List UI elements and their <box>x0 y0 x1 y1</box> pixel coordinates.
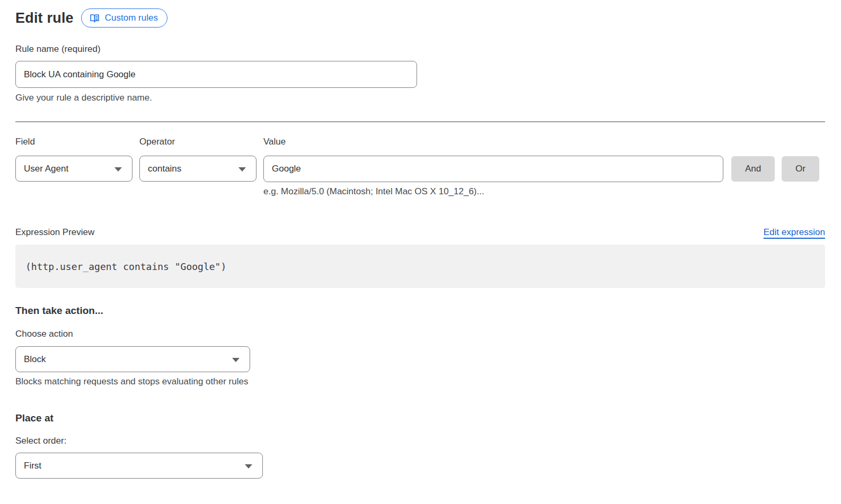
expression-builder-row: Field User Agent Operator contains Value… <box>15 137 825 197</box>
operator-label: Operator <box>139 137 256 147</box>
custom-rules-button[interactable]: Custom rules <box>81 8 167 28</box>
action-helper: Blocks matching requests and stops evalu… <box>15 376 825 387</box>
edit-rule-form: Edit rule Custom rules Rule name (requir… <box>0 0 841 479</box>
expression-preview-box: (http.user_agent contains "Google") <box>15 245 825 288</box>
value-input[interactable] <box>263 156 723 182</box>
rule-name-input[interactable] <box>15 61 417 88</box>
order-select[interactable]: First <box>15 453 263 479</box>
choose-action-label: Choose action <box>15 329 825 339</box>
chevron-down-icon <box>245 464 252 469</box>
select-order-label: Select order: <box>15 436 825 446</box>
value-label: Value <box>263 137 723 147</box>
rule-name-label: Rule name (required) <box>15 44 825 55</box>
page-header: Edit rule Custom rules <box>15 8 825 28</box>
placement-section: Place at Select order: First <box>15 412 825 479</box>
operator-column: Operator contains <box>139 137 256 197</box>
place-at-heading: Place at <box>15 412 825 424</box>
expression-code: (http.user_agent contains "Google") <box>25 261 226 272</box>
and-button[interactable]: And <box>731 156 775 182</box>
chevron-down-icon <box>114 167 122 172</box>
or-button[interactable]: Or <box>782 156 819 182</box>
operator-select[interactable]: contains <box>139 156 256 182</box>
rule-name-helper: Give your rule a descriptive name. <box>15 93 825 103</box>
order-select-value: First <box>24 461 41 471</box>
action-heading: Then take action... <box>15 305 825 317</box>
expression-preview-label: Expression Preview <box>15 227 94 238</box>
chevron-down-icon <box>232 358 240 362</box>
field-column: Field User Agent <box>15 137 132 197</box>
page-title: Edit rule <box>15 10 74 26</box>
rule-name-section: Rule name (required) Give your rule a de… <box>15 44 825 103</box>
operator-select-value: contains <box>148 164 181 174</box>
expression-preview-header: Expression Preview Edit expression <box>15 227 825 238</box>
action-select-value: Block <box>24 354 46 365</box>
custom-rules-button-label: Custom rules <box>105 13 158 23</box>
field-select-value: User Agent <box>24 164 68 174</box>
chevron-down-icon <box>238 167 246 172</box>
section-divider <box>15 121 825 122</box>
field-label: Field <box>15 137 132 147</box>
edit-expression-link[interactable]: Edit expression <box>764 227 825 238</box>
action-select[interactable]: Block <box>15 346 250 372</box>
action-section: Then take action... Choose action Block … <box>15 305 825 387</box>
open-book-icon <box>89 13 100 24</box>
field-select[interactable]: User Agent <box>15 156 132 182</box>
value-helper: e.g. Mozilla/5.0 (Macintosh; Intel Mac O… <box>263 186 723 197</box>
value-column: Value e.g. Mozilla/5.0 (Macintosh; Intel… <box>263 137 723 197</box>
